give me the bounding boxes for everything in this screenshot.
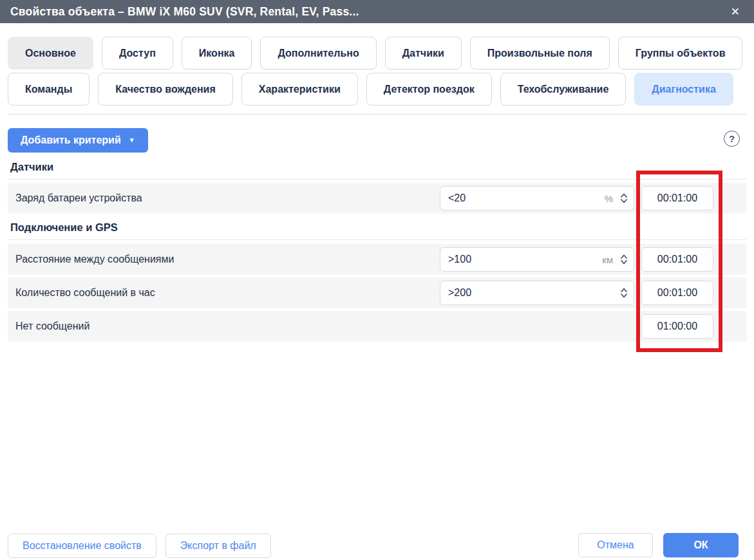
footer-left: Восстановление свойств Экспорт в файл: [8, 534, 271, 558]
time-input[interactable]: [642, 315, 713, 338]
time-input-box: [641, 247, 713, 272]
close-icon[interactable]: ✕: [727, 4, 744, 20]
time-input-box: [641, 281, 713, 305]
criterion-label: Расстояние между сообщениями: [15, 244, 174, 275]
object-properties-dialog: Свойства объекта – BMW iX M60 SUV (SVR, …: [0, 0, 754, 560]
tab-profile[interactable]: Характеристики: [241, 73, 358, 106]
value-input-box: [440, 281, 634, 305]
ok-button[interactable]: ОК: [663, 533, 739, 557]
value-input-box: %: [440, 186, 634, 210]
criterion-row-no-messages: Нет сообщений: [8, 311, 746, 342]
dialog-titlebar: Свойства объекта – BMW iX M60 SUV (SVR, …: [0, 0, 754, 23]
tabs-row-2: Команды Качество вождения Характеристики…: [8, 73, 733, 106]
value-input[interactable]: [448, 287, 613, 299]
value-input[interactable]: [448, 192, 605, 204]
help-icon[interactable]: ?: [724, 131, 740, 147]
criterion-row-message-count: Количество сообщений в час: [8, 277, 746, 308]
tab-diagnostics[interactable]: Диагностика: [634, 73, 733, 106]
time-input[interactable]: [642, 187, 713, 210]
stepper-arrows[interactable]: [619, 192, 628, 205]
criterion-label: Количество сообщений в час: [15, 277, 155, 308]
add-criterion-label: Добавить критерий: [21, 135, 121, 146]
criterion-row-battery: Заряд батареи устройства %: [8, 183, 746, 214]
stepper-arrows[interactable]: [619, 253, 628, 266]
time-input[interactable]: [642, 281, 713, 304]
cancel-button[interactable]: Отмена: [578, 533, 653, 557]
restore-properties-button[interactable]: Восстановление свойств: [8, 534, 156, 558]
add-criterion-button[interactable]: Добавить критерий ▼: [8, 128, 148, 153]
footer-right: Отмена ОК: [578, 533, 739, 557]
criterion-label: Заряд батареи устройства: [15, 183, 142, 214]
dialog-title: Свойства объекта – BMW iX M60 SUV (SVR, …: [10, 5, 359, 19]
unit-label: км: [602, 254, 613, 265]
tab-advanced[interactable]: Дополнительно: [260, 37, 376, 70]
section-divider: [8, 239, 746, 240]
stepper-arrows[interactable]: [619, 286, 628, 299]
tab-eco-driving[interactable]: Качество вождения: [98, 73, 232, 106]
value-input[interactable]: [448, 254, 602, 265]
time-input[interactable]: [642, 248, 713, 271]
tab-main[interactable]: Основное: [8, 37, 93, 70]
chevron-down-icon: ▼: [129, 137, 135, 144]
tab-sensors[interactable]: Датчики: [385, 37, 462, 70]
time-input-box: [641, 314, 713, 339]
export-to-file-button[interactable]: Экспорт в файл: [165, 534, 271, 558]
section-divider: [8, 179, 746, 180]
tab-icon[interactable]: Иконка: [182, 37, 252, 70]
tab-maintenance[interactable]: Техобслуживание: [500, 73, 627, 106]
tabs-row-1: Основное Доступ Иконка Дополнительно Дат…: [8, 37, 742, 70]
unit-label: %: [605, 193, 613, 204]
value-input-box: км: [440, 247, 634, 272]
section-title-connection: Подключение и GPS: [10, 221, 118, 234]
time-input-box: [641, 186, 713, 210]
tab-unit-groups[interactable]: Группы объектов: [618, 37, 743, 70]
tab-commands[interactable]: Команды: [8, 73, 90, 106]
section-title-sensors: Датчики: [10, 161, 53, 173]
tabs-divider: [8, 114, 746, 115]
criterion-label: Нет сообщений: [15, 311, 90, 342]
tab-access[interactable]: Доступ: [102, 37, 173, 70]
tab-trip-detector[interactable]: Детектор поездок: [366, 73, 492, 106]
criterion-row-distance: Расстояние между сообщениями км: [8, 244, 746, 275]
tab-custom-fields[interactable]: Произвольные поля: [470, 37, 610, 70]
